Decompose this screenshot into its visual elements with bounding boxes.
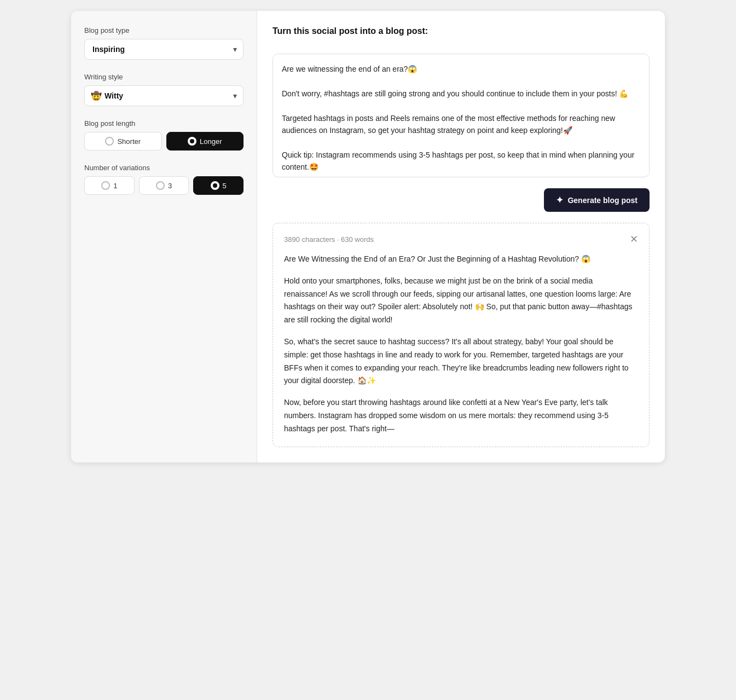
sparkle-icon: ✦ <box>556 195 563 205</box>
variations-group: Number of variations 1 3 5 <box>84 164 244 195</box>
result-meta-row: 3890 characters · 630 words ✕ <box>284 234 638 244</box>
variation-3-option[interactable]: 3 <box>139 176 189 195</box>
variation-5-label: 5 <box>223 182 227 190</box>
right-panel: Turn this social post into a blog post: … <box>257 11 665 462</box>
result-paragraph-3: Now, before you start throwing hashtags … <box>284 396 638 435</box>
variation-5-radio-dot <box>211 181 219 190</box>
social-post-input[interactable]: Are we witnessing the end of an era?😱 Do… <box>273 54 649 175</box>
result-paragraph-0: Are We Witnessing the End of an Era? Or … <box>284 253 638 266</box>
variation-1-option[interactable]: 1 <box>84 176 135 195</box>
blog-post-type-dropdown-wrapper: Inspiring Informative Casual Professiona… <box>84 39 244 60</box>
writing-style-label: Writing style <box>84 73 244 81</box>
generate-blog-post-button[interactable]: ✦ Generate blog post <box>544 188 650 212</box>
blog-post-length-group: Blog post length Shorter Longer <box>84 119 244 151</box>
section-title: Turn this social post into a blog post: <box>273 26 650 36</box>
social-post-box: Are we witnessing the end of an era?😱 Do… <box>273 54 650 177</box>
shorter-label: Shorter <box>117 137 141 146</box>
variation-1-label: 1 <box>113 182 117 190</box>
close-icon[interactable]: ✕ <box>630 234 638 244</box>
blog-post-length-label: Blog post length <box>84 119 244 128</box>
blog-post-type-group: Blog post type Inspiring Informative Cas… <box>84 26 244 60</box>
blog-post-type-select[interactable]: Inspiring Informative Casual Professiona… <box>84 39 244 60</box>
result-content: Are We Witnessing the End of an Era? Or … <box>284 253 638 436</box>
blog-post-length-radio-group: Shorter Longer <box>84 132 244 151</box>
variation-1-radio-dot <box>101 181 110 190</box>
blog-post-type-label: Blog post type <box>84 26 244 34</box>
page-title: Turn this social post into a blog post: <box>273 26 650 43</box>
writing-style-dropdown-wrapper: 🤠 Witty Formal Casual Inspirational Humo… <box>84 85 244 106</box>
variations-label: Number of variations <box>84 164 244 172</box>
longer-radio-dot <box>188 137 196 146</box>
variation-3-radio-dot <box>156 181 165 190</box>
main-container: Blog post type Inspiring Informative Cas… <box>71 11 665 462</box>
variations-radio-group: 1 3 5 <box>84 176 244 195</box>
longer-label: Longer <box>200 137 222 146</box>
left-panel: Blog post type Inspiring Informative Cas… <box>71 11 257 462</box>
writing-style-group: Writing style 🤠 Witty Formal Casual Insp… <box>84 73 244 106</box>
generate-row: ✦ Generate blog post <box>273 188 650 212</box>
result-paragraph-1: Hold onto your smartphones, folks, becau… <box>284 275 638 327</box>
result-paragraph-2: So, what's the secret sauce to hashtag s… <box>284 335 638 387</box>
variation-5-option[interactable]: 5 <box>193 176 244 195</box>
shorter-option[interactable]: Shorter <box>84 132 162 151</box>
generate-button-label: Generate blog post <box>567 196 638 205</box>
shorter-radio-dot <box>105 137 114 146</box>
variation-3-label: 3 <box>168 182 172 190</box>
result-meta-text: 3890 characters · 630 words <box>284 235 374 244</box>
longer-option[interactable]: Longer <box>166 132 244 151</box>
writing-style-select[interactable]: Witty Formal Casual Inspirational Humoro… <box>84 85 244 106</box>
result-box: 3890 characters · 630 words ✕ Are We Wit… <box>273 223 650 447</box>
